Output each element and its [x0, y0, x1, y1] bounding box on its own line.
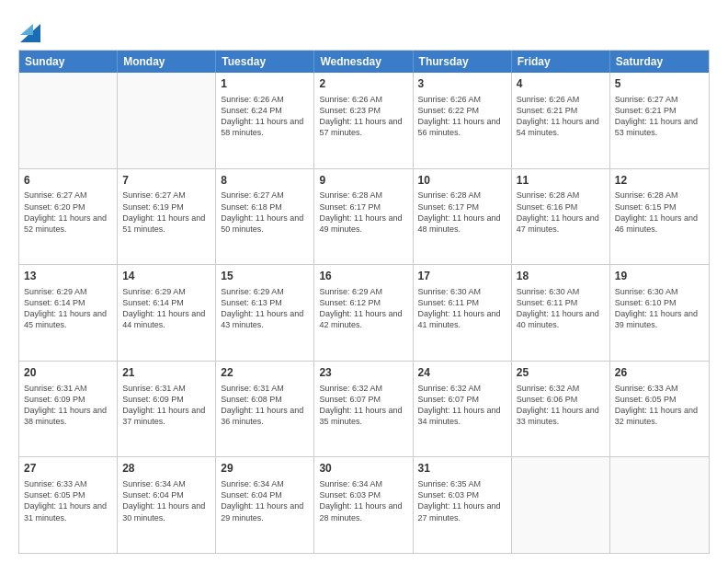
cal-cell: 1Sunrise: 6:26 AMSunset: 6:24 PMDaylight…: [216, 73, 314, 168]
cal-cell: 24Sunrise: 6:32 AMSunset: 6:07 PMDayligh…: [414, 362, 512, 457]
cell-text: Sunrise: 6:34 AMSunset: 6:04 PMDaylight:…: [122, 478, 210, 523]
logo: [18, 17, 40, 42]
cell-text: Sunrise: 6:31 AMSunset: 6:09 PMDaylight:…: [24, 383, 112, 428]
cell-text: Sunrise: 6:29 AMSunset: 6:12 PMDaylight:…: [319, 286, 407, 331]
cell-text: Sunrise: 6:27 AMSunset: 6:20 PMDaylight:…: [24, 190, 112, 235]
day-number: 6: [24, 173, 112, 189]
cell-text: Sunrise: 6:31 AMSunset: 6:09 PMDaylight:…: [122, 383, 210, 428]
cal-cell: 22Sunrise: 6:31 AMSunset: 6:08 PMDayligh…: [216, 362, 314, 457]
day-number: 17: [418, 269, 506, 284]
day-number: 18: [517, 269, 605, 284]
day-header-wednesday: Wednesday: [314, 51, 413, 73]
day-number: 10: [418, 173, 506, 189]
cell-text: Sunrise: 6:30 AMSunset: 6:10 PMDaylight:…: [615, 286, 704, 331]
cell-text: Sunrise: 6:32 AMSunset: 6:07 PMDaylight:…: [418, 383, 506, 428]
calendar-page: SundayMondayTuesdayWednesdayThursdayFrid…: [0, 0, 728, 563]
cal-cell: 17Sunrise: 6:30 AMSunset: 6:11 PMDayligh…: [414, 265, 512, 361]
day-number: 15: [221, 269, 309, 284]
cell-text: Sunrise: 6:28 AMSunset: 6:17 PMDaylight:…: [319, 190, 407, 235]
cal-cell: 8Sunrise: 6:27 AMSunset: 6:18 PMDaylight…: [216, 169, 314, 265]
cell-text: Sunrise: 6:29 AMSunset: 6:14 PMDaylight:…: [24, 286, 112, 331]
cal-cell: 15Sunrise: 6:29 AMSunset: 6:13 PMDayligh…: [216, 265, 314, 361]
cell-text: Sunrise: 6:34 AMSunset: 6:04 PMDaylight:…: [221, 478, 309, 523]
day-number: 24: [418, 365, 506, 381]
cal-cell: 26Sunrise: 6:33 AMSunset: 6:05 PMDayligh…: [610, 362, 709, 457]
day-number: 3: [418, 76, 506, 92]
cell-text: Sunrise: 6:26 AMSunset: 6:23 PMDaylight:…: [319, 94, 407, 139]
day-number: 1: [221, 76, 309, 92]
cal-cell: 30Sunrise: 6:34 AMSunset: 6:03 PMDayligh…: [314, 457, 413, 553]
day-number: 11: [517, 173, 605, 189]
day-number: 2: [319, 76, 407, 92]
cal-cell: 31Sunrise: 6:35 AMSunset: 6:03 PMDayligh…: [414, 457, 512, 553]
cal-cell: 21Sunrise: 6:31 AMSunset: 6:09 PMDayligh…: [118, 362, 216, 457]
cal-cell: [512, 457, 610, 553]
cal-cell: 19Sunrise: 6:30 AMSunset: 6:10 PMDayligh…: [610, 265, 709, 361]
cal-cell: 16Sunrise: 6:29 AMSunset: 6:12 PMDayligh…: [314, 265, 413, 361]
cal-cell: 3Sunrise: 6:26 AMSunset: 6:22 PMDaylight…: [414, 73, 512, 168]
cal-cell: 27Sunrise: 6:33 AMSunset: 6:05 PMDayligh…: [19, 457, 118, 553]
cell-text: Sunrise: 6:27 AMSunset: 6:19 PMDaylight:…: [122, 190, 210, 235]
cal-cell: 7Sunrise: 6:27 AMSunset: 6:19 PMDaylight…: [118, 169, 216, 265]
day-header-friday: Friday: [512, 51, 610, 73]
week-row-2: 6Sunrise: 6:27 AMSunset: 6:20 PMDaylight…: [19, 168, 709, 265]
cal-cell: [118, 73, 216, 168]
day-number: 13: [24, 269, 112, 284]
cal-cell: 11Sunrise: 6:28 AMSunset: 6:16 PMDayligh…: [512, 169, 610, 265]
day-number: 29: [221, 461, 309, 477]
day-number: 26: [615, 365, 704, 381]
cell-text: Sunrise: 6:32 AMSunset: 6:06 PMDaylight:…: [517, 383, 605, 428]
cal-cell: 28Sunrise: 6:34 AMSunset: 6:04 PMDayligh…: [118, 457, 216, 553]
cell-text: Sunrise: 6:27 AMSunset: 6:18 PMDaylight:…: [221, 190, 309, 235]
cell-text: Sunrise: 6:29 AMSunset: 6:13 PMDaylight:…: [221, 286, 309, 331]
day-number: 7: [122, 173, 210, 189]
cal-cell: 29Sunrise: 6:34 AMSunset: 6:04 PMDayligh…: [216, 457, 314, 553]
day-number: 22: [221, 365, 309, 381]
header: [18, 17, 710, 42]
cal-cell: 20Sunrise: 6:31 AMSunset: 6:09 PMDayligh…: [19, 362, 118, 457]
day-number: 31: [418, 461, 506, 477]
cell-text: Sunrise: 6:28 AMSunset: 6:15 PMDaylight:…: [615, 190, 704, 235]
cell-text: Sunrise: 6:31 AMSunset: 6:08 PMDaylight:…: [221, 383, 309, 428]
calendar-body: 1Sunrise: 6:26 AMSunset: 6:24 PMDaylight…: [19, 73, 709, 553]
cal-cell: 5Sunrise: 6:27 AMSunset: 6:21 PMDaylight…: [610, 73, 709, 168]
day-header-saturday: Saturday: [610, 51, 709, 73]
cal-cell: 12Sunrise: 6:28 AMSunset: 6:15 PMDayligh…: [610, 169, 709, 265]
day-number: 25: [517, 365, 605, 381]
cell-text: Sunrise: 6:34 AMSunset: 6:03 PMDaylight:…: [319, 478, 407, 523]
cal-cell: 2Sunrise: 6:26 AMSunset: 6:23 PMDaylight…: [314, 73, 413, 168]
day-number: 27: [24, 461, 112, 477]
cal-cell: 23Sunrise: 6:32 AMSunset: 6:07 PMDayligh…: [314, 362, 413, 457]
day-number: 23: [319, 365, 407, 381]
cal-cell: 25Sunrise: 6:32 AMSunset: 6:06 PMDayligh…: [512, 362, 610, 457]
cell-text: Sunrise: 6:30 AMSunset: 6:11 PMDaylight:…: [418, 286, 506, 331]
day-number: 21: [122, 365, 210, 381]
cal-cell: 10Sunrise: 6:28 AMSunset: 6:17 PMDayligh…: [414, 169, 512, 265]
day-number: 30: [319, 461, 407, 477]
cal-cell: 9Sunrise: 6:28 AMSunset: 6:17 PMDaylight…: [314, 169, 413, 265]
week-row-5: 27Sunrise: 6:33 AMSunset: 6:05 PMDayligh…: [19, 456, 709, 553]
cell-text: Sunrise: 6:28 AMSunset: 6:17 PMDaylight:…: [418, 190, 506, 235]
cell-text: Sunrise: 6:27 AMSunset: 6:21 PMDaylight:…: [615, 94, 704, 139]
day-number: 12: [615, 173, 704, 189]
cell-text: Sunrise: 6:29 AMSunset: 6:14 PMDaylight:…: [122, 286, 210, 331]
day-header-tuesday: Tuesday: [216, 51, 314, 73]
day-header-monday: Monday: [118, 51, 216, 73]
day-number: 9: [319, 173, 407, 189]
cell-text: Sunrise: 6:28 AMSunset: 6:16 PMDaylight:…: [517, 190, 605, 235]
day-number: 28: [122, 461, 210, 477]
day-number: 5: [615, 76, 704, 92]
cal-cell: 14Sunrise: 6:29 AMSunset: 6:14 PMDayligh…: [118, 265, 216, 361]
day-number: 16: [319, 269, 407, 284]
cell-text: Sunrise: 6:33 AMSunset: 6:05 PMDaylight:…: [615, 383, 704, 428]
day-number: 14: [122, 269, 210, 284]
svg-marker-1: [20, 24, 33, 35]
day-number: 4: [517, 76, 605, 92]
cal-cell: 6Sunrise: 6:27 AMSunset: 6:20 PMDaylight…: [19, 169, 118, 265]
cell-text: Sunrise: 6:26 AMSunset: 6:21 PMDaylight:…: [517, 94, 605, 139]
cal-cell: 18Sunrise: 6:30 AMSunset: 6:11 PMDayligh…: [512, 265, 610, 361]
calendar: SundayMondayTuesdayWednesdayThursdayFrid…: [18, 50, 710, 554]
cell-text: Sunrise: 6:30 AMSunset: 6:11 PMDaylight:…: [517, 286, 605, 331]
day-number: 8: [221, 173, 309, 189]
cell-text: Sunrise: 6:26 AMSunset: 6:24 PMDaylight:…: [221, 94, 309, 139]
